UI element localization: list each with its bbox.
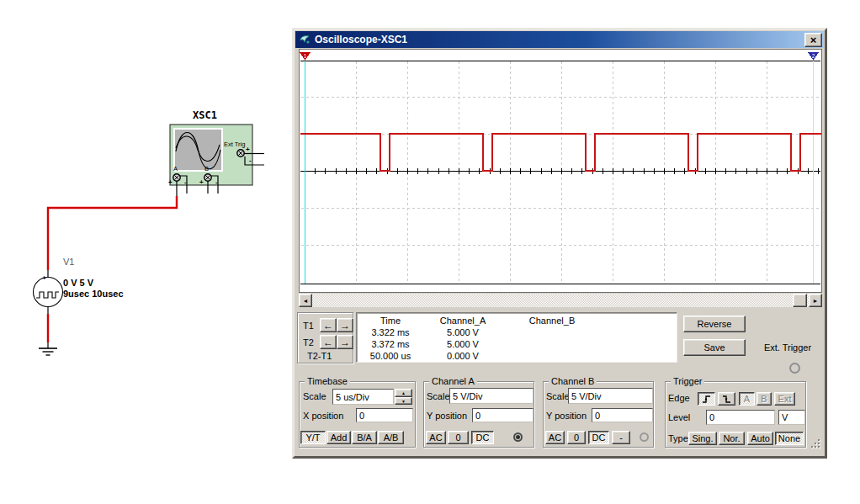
trigger-type-sing-button[interactable]: Sing. (688, 432, 717, 445)
trigger-type-nor-button[interactable]: Nor. (719, 432, 745, 445)
t1-label: T1 (303, 321, 314, 331)
close-icon: × (810, 34, 817, 45)
scope-display: 12 (299, 49, 822, 293)
wire-v1-to-scope[interactable] (48, 196, 177, 342)
v1-timing-label: 9usec 10usec (63, 289, 124, 299)
arrow-right-icon: → (340, 337, 350, 348)
diff-time-value: 50.000 us (357, 351, 424, 361)
scope-refdes-label: XSC1 (193, 109, 217, 121)
trigger-type-none-button[interactable]: None (775, 432, 804, 445)
channel-b-scale-input[interactable] (568, 388, 653, 404)
add-mode-button[interactable]: Add (326, 431, 351, 444)
t1-left-button[interactable]: ← (320, 318, 337, 332)
ba-mode-button[interactable]: B/A (352, 431, 377, 444)
readout-row-t2: 3.372 ms 5.000 V (357, 338, 677, 350)
trigger-falling-edge-button[interactable] (718, 392, 735, 406)
add-mode-label: Add (331, 432, 348, 443)
falling-edge-icon (721, 395, 732, 404)
trigger-group: Trigger Edge A B Ext Level Type Sing (665, 381, 806, 448)
ab-mode-button[interactable]: A/B (378, 431, 404, 444)
ext-trigger-connector[interactable] (789, 363, 800, 374)
trigger-rising-edge-button[interactable] (698, 392, 715, 406)
channel-a-trigger-radio[interactable] (513, 432, 523, 442)
scope-hscrollbar[interactable]: ◄ ► (299, 294, 822, 307)
timebase-scale-label: Scale (303, 391, 326, 401)
trigger-source-a-button[interactable]: A (739, 392, 755, 406)
v1-source-symbol[interactable] (34, 270, 63, 314)
readout-col-channel-a: Channel_A (424, 316, 502, 326)
channel-b-invert-button[interactable]: - (612, 431, 630, 444)
ground-symbol[interactable] (39, 342, 57, 355)
trigger-level-unit-input[interactable] (778, 410, 805, 425)
trigger-source-ext-label: Ext (778, 394, 792, 404)
channel-a-scale-input[interactable] (449, 388, 534, 404)
arrow-left-icon: ← (323, 320, 333, 332)
channel-a-dc-button[interactable]: DC (471, 431, 494, 444)
rising-edge-icon (701, 395, 712, 404)
exttrig-minus-sign: - (249, 157, 252, 164)
trigger-level-input[interactable] (706, 410, 775, 425)
yt-mode-label: Y/T (305, 432, 320, 443)
t1-channel-a-value: 5.000 V (424, 327, 502, 337)
close-button[interactable]: × (804, 33, 822, 47)
resize-grip[interactable] (811, 439, 821, 449)
reverse-button[interactable]: Reverse (683, 316, 746, 332)
yt-mode-button[interactable]: Y/T (300, 431, 326, 444)
terminal-exttrig-connector[interactable] (237, 150, 244, 157)
channel-a-zero-button[interactable]: 0 (448, 431, 469, 444)
t1-time-value: 3.322 ms (357, 327, 424, 337)
scroll-thumb[interactable] (793, 294, 807, 307)
channel-b-invert-label: - (619, 432, 623, 443)
pulse-waveform-glyph (36, 292, 59, 298)
terminal-a-connector[interactable] (173, 174, 180, 181)
timebase-scale-input[interactable] (332, 389, 394, 405)
t2-t1-label: T2-T1 (307, 351, 332, 361)
trigger-source-b-button[interactable]: B (756, 392, 772, 406)
terminal-b-minus-sign: - (215, 178, 218, 186)
ext-trigger-label: Ext. Trigger (754, 342, 821, 353)
channel-b-ypos-input[interactable] (592, 408, 653, 422)
channel-b-ac-button[interactable]: AC (545, 431, 565, 444)
x-position-input[interactable] (356, 408, 413, 422)
save-button[interactable]: Save (683, 339, 746, 356)
scroll-right-button[interactable]: ► (809, 294, 822, 307)
ab-mode-label: A/B (384, 432, 399, 443)
trigger-type-auto-button[interactable]: Auto (747, 432, 773, 445)
v1-value-label: 0 V 5 V (63, 278, 93, 288)
t2-right-button[interactable]: → (337, 335, 353, 349)
channel-a-title: Channel A (429, 376, 477, 386)
scroll-left-button[interactable]: ◄ (299, 294, 312, 307)
trigger-edge-label: Edge (668, 393, 690, 403)
title-bar[interactable]: Oscilloscope-XSC1 × (295, 31, 824, 48)
channel-a-ypos-input[interactable] (472, 408, 534, 422)
scroll-left-icon: ◄ (303, 298, 309, 304)
terminal-b-connector[interactable] (204, 174, 211, 181)
channel-a-ypos-label: Y position (427, 411, 467, 421)
timebase-scale-down-button[interactable]: ▼ (395, 397, 412, 405)
t2-left-button[interactable]: ← (320, 335, 337, 349)
reverse-button-label: Reverse (698, 319, 732, 329)
channel-a-scale-label: Scale (427, 391, 450, 401)
channel-b-dc-label: DC (592, 432, 606, 443)
channel-b-dc-button[interactable]: DC (588, 431, 609, 444)
trigger-title: Trigger (671, 376, 704, 386)
scope-graph: 12 (300, 50, 821, 292)
diff-channel-a-value: 0.000 V (424, 351, 502, 361)
timebase-scale-up-button[interactable]: ▲ (395, 389, 412, 397)
cursor-control-box: T1 ← → T2 ← → T2-T1 (297, 312, 353, 363)
t1-right-button[interactable]: → (337, 318, 353, 332)
channel-a-dc-label: DC (476, 432, 490, 443)
readout-col-time: Time (357, 316, 424, 326)
channel-b-trigger-radio[interactable] (640, 432, 649, 442)
trigger-type-sing-label: Sing. (692, 433, 713, 443)
trigger-source-ext-button[interactable]: Ext (774, 392, 795, 406)
window-title: Oscilloscope-XSC1 (315, 34, 407, 45)
readout-col-channel-b: Channel_B (502, 316, 603, 326)
exttrig-plus-sign: + (246, 146, 250, 153)
t2-label: T2 (303, 337, 314, 347)
channel-b-group: Channel B Scale Y position AC 0 DC - (543, 381, 654, 448)
channel-a-ac-button[interactable]: AC (426, 431, 446, 444)
channel-b-zero-button[interactable]: 0 (567, 431, 586, 444)
terminal-b-label: B (204, 165, 209, 172)
measurement-readout: Time Channel_A Channel_B 3.322 ms 5.000 … (356, 312, 677, 363)
